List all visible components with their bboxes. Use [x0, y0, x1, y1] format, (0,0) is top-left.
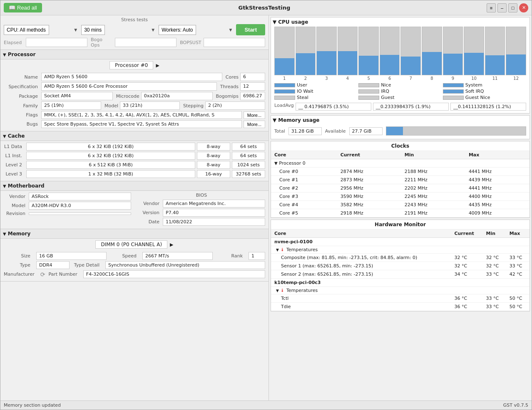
mobo-left-col: Vendor ASRock Model A320M-HDV R3.0 Revis… — [4, 193, 131, 227]
sensor-max-0: 50 °C — [506, 294, 530, 303]
duration-select[interactable]: 30 mins — [81, 25, 105, 35]
version-label: GST v0.7.5 — [503, 403, 528, 408]
name-value: AMD Ryzen 5 5600 — [41, 73, 222, 81]
microcode-label: Microcode — [116, 94, 141, 99]
core-current-2: 2956 MHz — [337, 184, 401, 193]
menu-button[interactable]: ≡ — [487, 3, 496, 12]
read-all-button[interactable]: 📖 Read all — [4, 3, 42, 12]
cpu-usage-title: ▼ CPU usage — [273, 19, 528, 25]
clocks-col-min: Min — [401, 151, 465, 159]
total-value: 31.28 GiB — [288, 127, 322, 135]
refresh-icon[interactable]: ⟳ — [40, 271, 45, 278]
cpu-bar-fill-9 — [443, 54, 463, 75]
hwmon-device-0: nvme-pci-0100 — [271, 238, 530, 246]
mem-rank-label: Rank — [216, 253, 245, 259]
core-max-0: 4441 MHz — [465, 168, 530, 176]
core-max-1: 4439 MHz — [465, 176, 530, 184]
l3-label: Level 3 — [4, 171, 25, 177]
cache-header[interactable]: ▼ Cache — [0, 131, 268, 141]
mobo-vendor-value: ASRock — [29, 193, 131, 200]
cpu-bar-label-7: 7 — [410, 76, 412, 81]
bugs-label: Bugs — [4, 121, 41, 127]
mem-bar-fill — [386, 127, 403, 135]
close-button[interactable]: ✕ — [519, 3, 528, 12]
sensor-current-0: 32 °C — [451, 254, 482, 262]
legend-guest: Guest — [358, 95, 442, 100]
sensor-max-1: 33 °C — [506, 262, 530, 270]
sensor-current-2: 34 °C — [451, 270, 482, 279]
proc0-expand[interactable]: ▼ — [274, 161, 278, 165]
start-button[interactable]: Start — [236, 24, 265, 35]
mem-size-value: 16 GB — [36, 252, 107, 260]
mobo-revision-row: Revision — [4, 211, 131, 216]
mem-nav-arrow[interactable]: ▶ — [170, 242, 173, 247]
family-label: Family — [4, 103, 41, 109]
clocks-col-max: Max — [465, 151, 530, 159]
memory-header[interactable]: ▼ Memory — [0, 229, 268, 239]
cpu-bar-bg-5 — [358, 27, 379, 75]
l3-sets: 32768 sets — [232, 170, 265, 178]
hwmon-category-0-0: ▼ 🌡 Temperatures — [271, 246, 530, 254]
cpu-bar-fill-3 — [317, 51, 336, 75]
bios-vendor-row: Vendor American Megatrends Inc. — [138, 200, 265, 207]
mobo-label: Motherboard — [8, 183, 45, 189]
maximize-button[interactable]: □ — [508, 3, 517, 12]
mem-collapse-arrow[interactable]: ▼ — [273, 117, 276, 123]
nice-label: Nice — [381, 82, 391, 88]
proc-nav-label: Processor #0 — [109, 61, 153, 69]
mem-part-value: F4-3200C16-16GIS — [83, 270, 265, 278]
l2-sets: 1024 sets — [232, 161, 265, 169]
mem-speed-value: 2667 MT/s — [142, 252, 213, 260]
hwmon-sensor-0-0-1: Sensor 1 (max: 65261.85, min: -273.15) 3… — [271, 262, 530, 270]
cat-expand-0-0[interactable]: ▼ — [276, 248, 279, 252]
l1data-sets: 64 sets — [232, 143, 265, 151]
duration-select-wrapper[interactable]: 30 mins — [81, 25, 157, 35]
bios-version-value: P7.40 — [163, 209, 265, 217]
user-bar — [274, 83, 295, 87]
method-select[interactable]: CPU: All methods — [4, 25, 49, 35]
clocks-core-row-4: Core #4 3582 MHz 2243 MHz 4435 MHz — [271, 201, 530, 209]
processor-arrow: ▼ — [3, 52, 6, 57]
softirq-bar — [443, 89, 464, 94]
sensor-min-1: 32 °C — [483, 262, 506, 270]
legend-nice: Nice — [358, 82, 442, 88]
proc-nav-arrow[interactable]: ▶ — [156, 63, 159, 68]
sensor-max-2: 42 °C — [506, 270, 530, 279]
cpu-collapse-arrow[interactable]: ▼ — [273, 19, 276, 25]
flags-more-button[interactable]: More... — [244, 111, 265, 119]
cpu-bar-3: 3 — [316, 27, 337, 81]
elapsed-input[interactable] — [26, 38, 87, 47]
model-value: 33 (21h) — [120, 101, 180, 110]
status-message: Memory section updated — [4, 403, 61, 408]
softirq-label: Soft IRQ — [465, 89, 484, 94]
core-name-0: Core #0 — [271, 168, 337, 176]
mem-typedetail-label: Type Detail — [73, 262, 102, 268]
bios-version-row: Version P7.40 — [138, 209, 265, 217]
sensor-name-1: Tdie — [271, 303, 451, 311]
clocks-table: Core Current Min Max ▼ Processor 0Core #… — [271, 151, 530, 217]
bugs-more-button[interactable]: More... — [244, 121, 265, 128]
mobo-header[interactable]: ▼ Motherboard — [0, 181, 268, 191]
bugs-row: Bugs Spec Store Bypass, Spectre V1, Spec… — [4, 120, 265, 128]
hwmon-sensor-1-0-1: Tdie 36 °C 33 °C 50 °C — [271, 303, 530, 311]
cpu-bar-fill-6 — [380, 55, 400, 75]
l1data-row: L1 Data 6 x 32 KiB (192 KiB) 8-way 64 se… — [4, 143, 265, 151]
l1inst-sets: 64 sets — [232, 152, 265, 160]
sensor-name-1: Sensor 1 (max: 65261.85, min: -273.15) — [271, 262, 451, 270]
cpu-bar-bg-9 — [443, 27, 463, 75]
workers-select-wrapper[interactable]: Workers: Auto — [159, 25, 234, 35]
cat-expand-1-0[interactable]: ▼ — [276, 289, 279, 293]
system-label: System — [465, 82, 482, 88]
legend-iowait: IO Wait — [274, 89, 358, 94]
processor-header[interactable]: ▼ Processor — [0, 50, 268, 59]
system-bar — [443, 83, 464, 87]
bogoops-input[interactable] — [115, 38, 177, 47]
workers-select[interactable]: Workers: Auto — [159, 25, 196, 35]
l1inst-row: L1 Inst. 6 x 32 KiB (192 KiB) 8-way 64 s… — [4, 152, 265, 160]
cpu-bar-bg-8 — [422, 27, 442, 75]
method-select-wrapper[interactable]: CPU: All methods — [4, 25, 80, 35]
clocks-section: Clocks Core Current Min Max ▼ Processor … — [271, 141, 530, 218]
bopsust-input[interactable] — [204, 38, 265, 47]
sensor-name-2: Sensor 2 (max: 65261.85, min: -273.15) — [271, 270, 451, 279]
minimize-button[interactable]: – — [497, 3, 507, 12]
